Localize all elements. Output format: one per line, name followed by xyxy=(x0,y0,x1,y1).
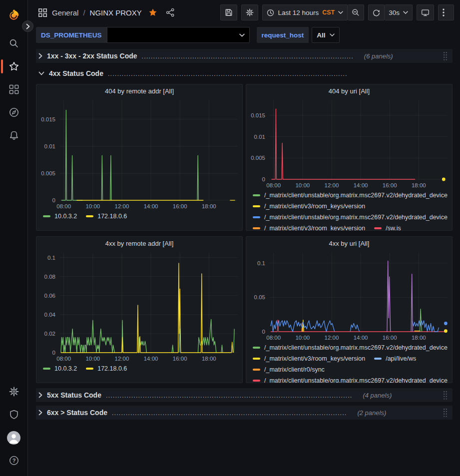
chart-canvas[interactable]: 08:0010:0012:0014:0016:0018:0000.0050.01… xyxy=(36,95,242,211)
row-1xx-3xx-2xx[interactable]: 1xx - 3xx - 2xx Status Code ............… xyxy=(36,49,453,63)
sidebar-item-explore[interactable] xyxy=(0,101,28,124)
svg-text:12:00: 12:00 xyxy=(115,203,129,209)
svg-text:0.04: 0.04 xyxy=(44,312,56,318)
legend-series-color xyxy=(253,358,260,360)
svg-text:0.005: 0.005 xyxy=(251,155,265,161)
legend-series-label: /_matrix/client/v3/room_keys/version xyxy=(264,225,365,230)
legend-item[interactable]: 172.18.0.6 xyxy=(86,213,127,220)
row-4xx[interactable]: 4xx Status Code ........................… xyxy=(36,66,453,80)
legend-item[interactable]: 10.0.3.2 xyxy=(43,365,77,372)
legend-item[interactable]: /sw.js xyxy=(374,225,401,230)
row-leader-dots: ........................................… xyxy=(106,392,352,399)
sidebar-item-starred[interactable] xyxy=(0,55,28,78)
row-drag-handle[interactable] xyxy=(443,408,448,418)
legend-item[interactable]: /_matrix/client/unstable/org.matrix.msc2… xyxy=(253,192,448,199)
sidebar-item-help[interactable]: ? xyxy=(0,449,28,472)
svg-text:0: 0 xyxy=(262,176,265,182)
panel-grid: 404 by remote addr [All] 08:0010:0012:00… xyxy=(36,84,453,383)
sidebar-expand-button[interactable] xyxy=(22,20,33,32)
breadcrumb-dashboard-title[interactable]: NGINX PROXY xyxy=(90,8,142,17)
zoom-out-button[interactable] xyxy=(348,4,364,20)
sidebar-item-profile[interactable] xyxy=(0,426,28,449)
favorite-star-button[interactable] xyxy=(146,6,159,19)
panel-title[interactable]: 4xx by remote addr [All] xyxy=(36,237,242,248)
more-options-button[interactable] xyxy=(438,4,454,20)
legend-item[interactable]: /_matrix/client/unstable/org.matrix.msc2… xyxy=(253,344,448,351)
legend-series-label: /_matrix/client/unstable/org.matrix.msc2… xyxy=(264,214,448,221)
svg-text:0: 0 xyxy=(52,197,55,203)
legend-item[interactable]: 10.0.3.2 xyxy=(43,213,77,220)
chevron-down-icon xyxy=(338,11,343,14)
legend-series-color xyxy=(43,215,50,217)
svg-text:12:00: 12:00 xyxy=(325,335,339,341)
row-panel-count: (2 panels) xyxy=(357,409,386,417)
sidebar-item-server-admin[interactable] xyxy=(0,403,28,426)
datasource-select[interactable] xyxy=(107,27,250,43)
time-range-label: Last 12 hours xyxy=(278,9,319,16)
svg-text:12:00: 12:00 xyxy=(325,182,339,188)
timeseries-chart[interactable]: 08:0010:0012:0014:0016:0018:0000.0050.01… xyxy=(246,95,452,190)
refresh-controls: 30s xyxy=(368,4,413,20)
variables-bar: DS_PROMETHEUS request_host All xyxy=(28,25,460,48)
chart-grid: 08:0010:0012:0014:0016:0018:0000.050.1 xyxy=(254,253,447,341)
sidebar-item-configuration[interactable] xyxy=(0,380,28,403)
legend-series-color xyxy=(43,368,50,370)
legend-series-color xyxy=(253,347,260,349)
chart-legend: 10.0.3.2172.18.0.6 xyxy=(36,211,242,230)
legend-item[interactable]: /_matrix/client/unstable/org.matrix.msc2… xyxy=(253,377,448,383)
legend-series-label: 172.18.0.6 xyxy=(97,213,127,220)
chart-canvas[interactable]: 08:0010:0012:0014:0016:0018:0000.020.040… xyxy=(36,248,242,364)
breadcrumb-folder[interactable]: General xyxy=(52,8,78,17)
dashboard-settings-button[interactable] xyxy=(241,4,258,20)
refresh-button[interactable] xyxy=(368,4,385,20)
chart-canvas[interactable]: 08:0010:0012:0014:0016:0018:0000.0050.01… xyxy=(246,95,452,190)
sidebar-item-search[interactable] xyxy=(0,32,28,55)
row-6xx[interactable]: 6xx > Status Code ......................… xyxy=(36,406,453,420)
legend-item[interactable]: /_matrix/client/v3/room_keys/version xyxy=(253,203,365,210)
panel-title[interactable]: 4xx by uri [All] xyxy=(246,237,452,248)
sidebar-item-alerting[interactable] xyxy=(0,124,28,147)
legend-item[interactable]: /_matrix/client/v3/room_keys/version xyxy=(253,355,365,362)
request-host-select[interactable]: All xyxy=(312,27,339,43)
legend-item[interactable]: /api/live/ws xyxy=(374,355,416,362)
zoom-out-icon xyxy=(352,8,360,16)
legend-item[interactable]: /_matrix/client/r0/sync xyxy=(253,366,325,373)
legend-series-color xyxy=(253,194,260,196)
chart-canvas[interactable]: 08:0010:0012:0014:0016:0018:0000.050.1 xyxy=(246,248,452,343)
monitor-icon xyxy=(421,8,430,17)
refresh-interval-dropdown[interactable]: 30s xyxy=(385,4,413,20)
breadcrumb: General / NGINX PROXY xyxy=(38,6,177,19)
row-drag-handle[interactable] xyxy=(443,51,448,61)
star-filled-icon xyxy=(148,8,157,17)
avatar xyxy=(7,431,20,445)
row-drag-handle[interactable] xyxy=(443,391,448,400)
question-icon: ? xyxy=(9,456,19,466)
save-dashboard-button[interactable] xyxy=(220,4,237,20)
refresh-interval-label: 30s xyxy=(389,9,400,16)
share-button[interactable] xyxy=(164,6,177,19)
time-range-picker[interactable]: Last 12 hours CST xyxy=(262,4,348,20)
legend-series-label: 172.18.0.6 xyxy=(97,365,127,372)
panel-title[interactable]: 404 by uri [All] xyxy=(246,84,452,95)
cycle-view-mode-button[interactable] xyxy=(417,4,434,20)
svg-text:10:00: 10:00 xyxy=(295,335,310,341)
row-leader-dots: ........................................… xyxy=(142,52,354,60)
grafana-logo[interactable] xyxy=(4,5,24,25)
panel-title[interactable]: 404 by remote addr [All] xyxy=(36,84,242,95)
row-5xx[interactable]: 5xx Status Code ........................… xyxy=(36,388,453,402)
page-toolbar: General / NGINX PROXY xyxy=(28,0,460,25)
legend-item[interactable]: /_matrix/client/unstable/org.matrix.msc2… xyxy=(253,214,448,221)
timeseries-chart[interactable]: 08:0010:0012:0014:0016:0018:0000.020.040… xyxy=(36,248,242,364)
svg-text:14:00: 14:00 xyxy=(144,203,158,209)
panel-404-by-uri: 404 by uri [All] 08:0010:0012:0014:0016:… xyxy=(246,84,453,231)
timeseries-chart[interactable]: 08:0010:0012:0014:0016:0018:0000.050.1 xyxy=(246,248,452,343)
legend-item[interactable]: 172.18.0.6 xyxy=(86,365,127,372)
sidebar-item-dashboards[interactable] xyxy=(0,78,28,101)
breadcrumb-separator: / xyxy=(83,8,85,17)
chevron-down-icon xyxy=(38,71,44,75)
legend-series-color xyxy=(374,358,382,360)
legend-item[interactable]: /_matrix/client/v3/room_keys/version xyxy=(253,225,365,230)
svg-text:10:00: 10:00 xyxy=(85,203,100,209)
timeseries-chart[interactable]: 08:0010:0012:0014:0016:0018:0000.0050.01… xyxy=(36,95,242,211)
svg-text:08:00: 08:00 xyxy=(266,335,281,341)
